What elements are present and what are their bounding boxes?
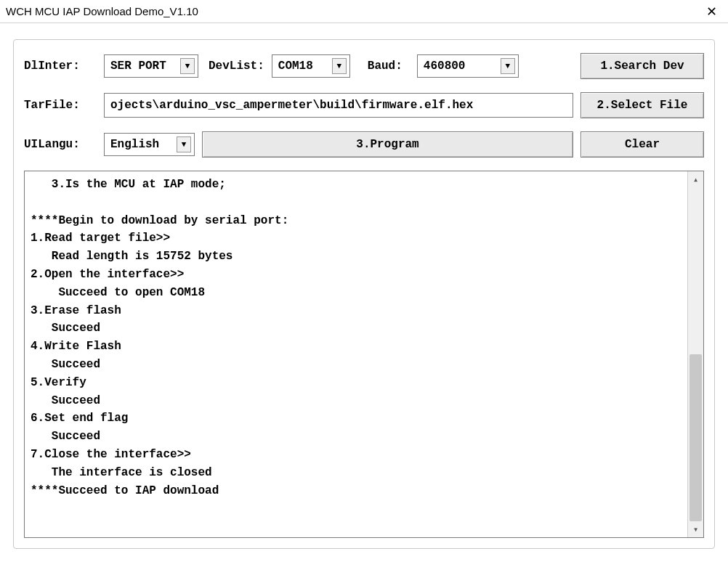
dropdown-arrow-icon: ▼: [332, 58, 347, 74]
tarfile-input[interactable]: ojects\arduino_vsc_ampermeter\build\firm…: [104, 93, 573, 118]
dlinter-select[interactable]: SER PORT ▼: [104, 54, 198, 78]
select-file-button[interactable]: 2.Select File: [581, 92, 704, 118]
uilangu-value: English: [110, 138, 159, 151]
scroll-up-arrow-icon[interactable]: ▴: [688, 171, 703, 187]
devlist-select[interactable]: COM18 ▼: [272, 54, 350, 78]
uilangu-select[interactable]: English ▼: [104, 133, 195, 156]
tarfile-value: ojects\arduino_vsc_ampermeter\build\firm…: [110, 99, 473, 112]
vertical-scrollbar[interactable]: ▴ ▾: [687, 171, 703, 537]
tarfile-label: TarFile:: [24, 99, 97, 112]
baud-label: Baud:: [368, 60, 403, 73]
log-output: 3.Is the MCU at IAP mode; ****Begin to d…: [24, 171, 704, 538]
uilangu-label: UILangu:: [24, 138, 97, 151]
clear-button[interactable]: Clear: [581, 131, 704, 158]
dropdown-arrow-icon: ▼: [180, 58, 195, 74]
devlist-value: COM18: [278, 60, 313, 73]
log-text: 3.Is the MCU at IAP mode; ****Begin to d…: [25, 171, 687, 537]
scroll-down-arrow-icon[interactable]: ▾: [688, 521, 703, 537]
row-tarfile: TarFile: ojects\arduino_vsc_ampermeter\b…: [24, 92, 704, 118]
row-dlinter: DlInter: SER PORT ▼ DevList: COM18 ▼ Bau…: [24, 53, 704, 79]
title-bar: WCH MCU IAP Download Demo_V1.10 ✕: [0, 0, 728, 23]
dlinter-value: SER PORT: [110, 60, 166, 73]
program-button[interactable]: 3.Program: [202, 131, 573, 158]
close-icon: ✕: [706, 5, 717, 18]
search-dev-button[interactable]: 1.Search Dev: [581, 53, 704, 79]
window-title: WCH MCU IAP Download Demo_V1.10: [6, 5, 198, 17]
close-button[interactable]: ✕: [695, 0, 728, 23]
dropdown-arrow-icon: ▼: [177, 136, 191, 152]
baud-value: 460800: [424, 60, 466, 73]
scroll-thumb[interactable]: [689, 354, 702, 521]
row-uilangu: UILangu: English ▼ 3.Program Clear: [24, 131, 704, 158]
baud-select[interactable]: 460800 ▼: [417, 54, 519, 78]
dropdown-arrow-icon: ▼: [501, 58, 515, 74]
dlinter-label: DlInter:: [24, 60, 97, 73]
main-panel: DlInter: SER PORT ▼ DevList: COM18 ▼ Bau…: [13, 39, 715, 549]
devlist-label: DevList:: [209, 60, 264, 73]
